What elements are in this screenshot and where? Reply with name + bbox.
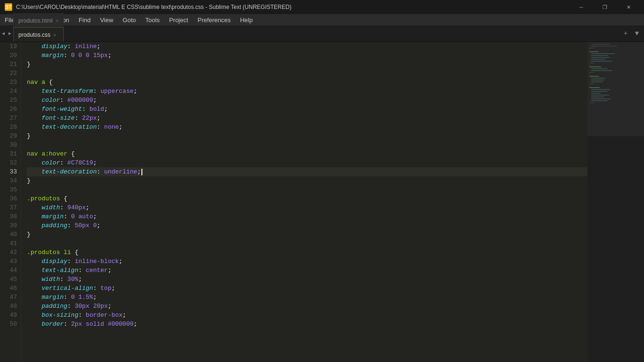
restore-button[interactable]: ❐ (594, 0, 616, 14)
code-line: .produtos li { (27, 248, 587, 257)
line-number: 35 (0, 185, 17, 194)
code-line: .produtos { (27, 194, 587, 203)
code-token: : (93, 284, 100, 293)
code-token: { (67, 149, 75, 158)
code-token: : (60, 203, 67, 212)
code-token: : (64, 320, 71, 329)
tab-close-produtos-html[interactable]: × (56, 18, 58, 24)
menu-item-goto[interactable]: Goto (118, 14, 140, 25)
code-token: color (27, 158, 60, 167)
code-token: } (27, 176, 31, 185)
tab-produtos-css[interactable]: produtos.css× (13, 27, 64, 41)
code-token: ; (93, 158, 97, 167)
editor-area: 1920212223242526272829303132333435363738… (0, 42, 644, 362)
code-line: display: inline-block; (27, 257, 587, 266)
line-number: 30 (0, 140, 17, 149)
code-line: nav a { (27, 78, 587, 87)
code-token: .produtos (27, 194, 60, 203)
menu-item-help[interactable]: Help (235, 14, 257, 25)
menu-item-preferences[interactable]: Preferences (193, 14, 235, 25)
menu-item-view[interactable]: View (95, 14, 118, 25)
line-numbers: 1920212223242526272829303132333435363738… (0, 42, 21, 362)
code-line: display: inline; (27, 42, 587, 51)
code-token: : (60, 158, 67, 167)
code-line: vertical-align: top; (27, 284, 587, 293)
line-number: 43 (0, 257, 17, 266)
line-number: 45 (0, 275, 17, 284)
code-token: .produtos li (27, 248, 71, 257)
code-token: text-align (27, 266, 78, 275)
code-line: font-weight: bold; (27, 105, 587, 114)
line-number: 29 (0, 132, 17, 140)
tab-list-button[interactable]: ▼ (632, 28, 642, 39)
code-token: width (27, 203, 60, 212)
line-number: 22 (0, 69, 17, 78)
code-token: ; (97, 42, 100, 51)
menu-item-find[interactable]: Find (74, 14, 95, 25)
line-number: 24 (0, 87, 17, 96)
new-tab-button[interactable]: + (620, 28, 631, 39)
code-token: : (60, 96, 67, 105)
code-token: ; (108, 266, 112, 275)
code-token: : (64, 51, 71, 60)
code-token: ; (133, 320, 137, 329)
code-token: ; (108, 302, 112, 311)
code-token: : (64, 293, 71, 302)
tab-nav-next[interactable]: ▶ (7, 25, 13, 42)
code-token: 0 0 0 15px (71, 51, 108, 60)
code-line (27, 185, 587, 194)
line-number: 44 (0, 266, 17, 275)
line-number: 38 (0, 212, 17, 221)
code-token: ; (133, 87, 137, 96)
tab-controls: + ▼ (620, 25, 644, 41)
minimize-button[interactable]: ─ (570, 0, 592, 14)
code-area[interactable]: display: inline; margin: 0 0 0 15px;}nav… (21, 42, 587, 362)
line-number: 39 (0, 221, 17, 230)
code-token: margin (27, 293, 64, 302)
line-number: 25 (0, 96, 17, 105)
code-line: color: #000000; (27, 96, 587, 105)
close-button[interactable]: ✕ (618, 0, 639, 14)
code-line: margin: 0 0 0 15px; (27, 51, 587, 60)
tab-produtos-html[interactable]: produtos.html× (13, 13, 64, 27)
code-token: display (27, 257, 67, 266)
tab-nav-prev[interactable]: ◀ (0, 25, 7, 42)
code-token: : (60, 275, 67, 284)
code-token: } (27, 60, 31, 69)
line-number: 41 (0, 239, 17, 248)
code-token: #000000 (67, 96, 93, 105)
line-number: 19 (0, 42, 17, 51)
tabs-container: produtos.html×produtos.css× (13, 13, 64, 41)
code-token: : (67, 221, 75, 230)
code-line: text-align: center; (27, 266, 587, 275)
code-token: top (100, 284, 111, 293)
code-token: vertical-align (27, 284, 93, 293)
code-token: 2px solid #000000 (71, 320, 134, 329)
line-number: 21 (0, 60, 17, 69)
window-controls: ─ ❐ ✕ (570, 0, 639, 14)
code-token: none (104, 123, 119, 132)
code-token: width (27, 275, 60, 284)
tab-label-produtos-html: produtos.html (18, 17, 53, 24)
code-line: text-decoration: none; (27, 123, 587, 132)
code-token: inline (74, 42, 97, 51)
code-token: 30% (67, 275, 78, 284)
code-line: width: 30%; (27, 275, 587, 284)
code-line: box-sizing: border-box; (27, 311, 587, 320)
code-token: margin (27, 212, 64, 221)
code-token: } (27, 132, 31, 140)
code-token: } (27, 230, 31, 239)
code-token: : (78, 311, 86, 320)
line-number: 27 (0, 114, 17, 123)
menu-item-tools[interactable]: Tools (140, 14, 164, 25)
code-token: ; (93, 293, 97, 302)
code-token: center (86, 266, 108, 275)
code-token: ; (78, 275, 82, 284)
code-token: : (97, 123, 104, 132)
menu-item-project[interactable]: Project (165, 14, 193, 25)
minimap[interactable] (587, 42, 644, 362)
line-number: 32 (0, 158, 17, 167)
tab-close-produtos-css[interactable]: × (53, 32, 56, 38)
tabbar: ◀ ▶ produtos.html×produtos.css× + ▼ (0, 25, 644, 42)
code-token: border-box (86, 311, 123, 320)
